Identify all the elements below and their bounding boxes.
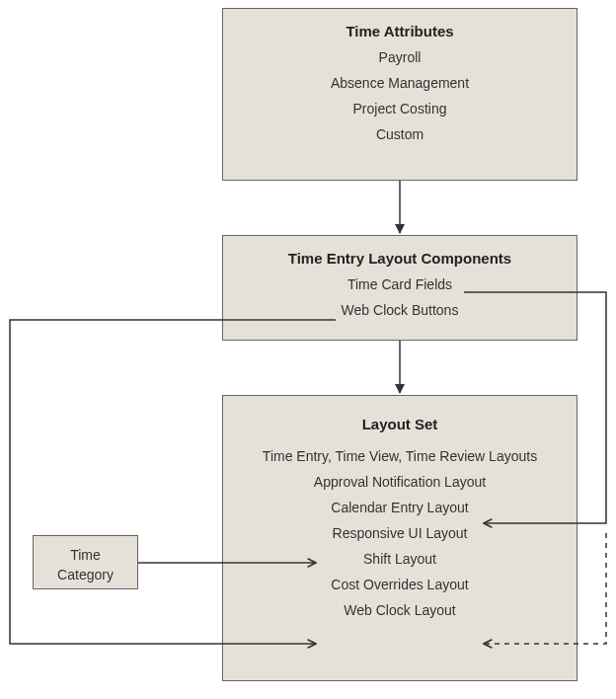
item-cost-overrides: Cost Overrides Layout	[223, 577, 577, 592]
item-web-clock-buttons: Web Clock Buttons	[223, 302, 577, 318]
item-calendar-entry: Calendar Entry Layout	[223, 500, 577, 515]
box-time-attributes: Time Attributes Payroll Absence Manageme…	[222, 8, 578, 181]
item-time-entry-view-review: Time Entry, Time View, Time Review Layou…	[223, 448, 577, 464]
item-shift-layout: Shift Layout	[223, 551, 577, 567]
box-time-entry-layout-components: Time Entry Layout Components Time Card F…	[222, 235, 578, 341]
box-telc-title: Time Entry Layout Components	[223, 250, 577, 267]
item-web-clock-layout: Web Clock Layout	[223, 602, 577, 618]
item-absence-management: Absence Management	[223, 75, 577, 91]
box-layout-set: Layout Set Time Entry, Time View, Time R…	[222, 395, 578, 681]
item-time-card-fields: Time Card Fields	[223, 276, 577, 292]
item-payroll: Payroll	[223, 49, 577, 65]
item-project-costing: Project Costing	[223, 101, 577, 116]
box-time-category: Time Category	[33, 535, 138, 589]
item-responsive-ui: Responsive UI Layout	[223, 525, 577, 541]
box-time-attributes-title: Time Attributes	[223, 23, 577, 39]
item-approval-notification: Approval Notification Layout	[223, 474, 577, 490]
item-custom: Custom	[223, 126, 577, 142]
time-category-label: Time Category	[57, 547, 114, 582]
box-layout-set-title: Layout Set	[223, 416, 577, 432]
